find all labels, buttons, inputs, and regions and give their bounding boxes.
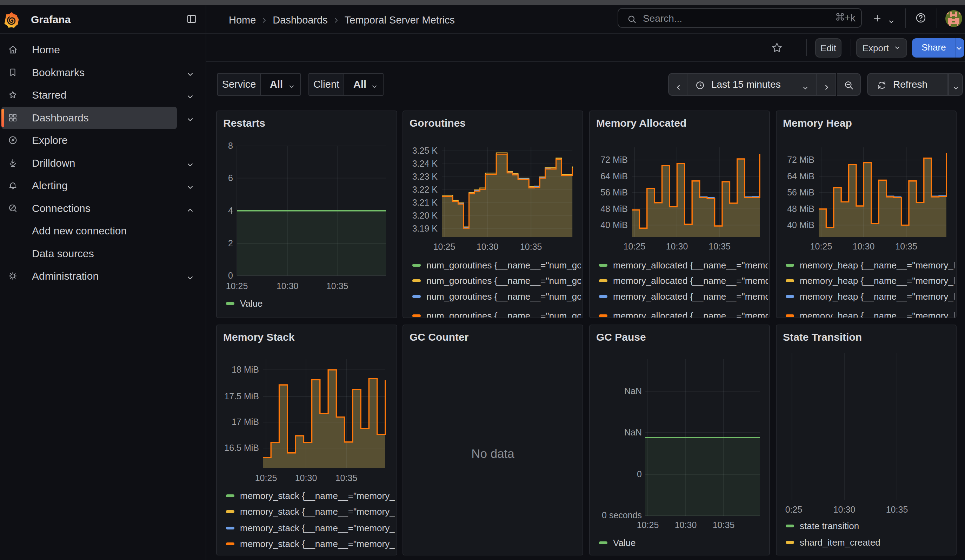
svg-text:10:25: 10:25 xyxy=(637,520,659,530)
svg-text:6: 6 xyxy=(228,173,233,183)
svg-text:10:25: 10:25 xyxy=(810,242,833,251)
svg-text:10:35: 10:35 xyxy=(886,504,908,514)
svg-text:10:35: 10:35 xyxy=(713,520,735,530)
svg-text:10:35: 10:35 xyxy=(708,242,731,251)
svg-text:48 MiB: 48 MiB xyxy=(787,204,815,214)
svg-text:10:35: 10:35 xyxy=(326,281,348,291)
svg-text:18 MiB: 18 MiB xyxy=(232,364,259,374)
svg-text:10:30: 10:30 xyxy=(476,242,499,251)
svg-text:2: 2 xyxy=(228,238,233,248)
svg-text:10:25: 10:25 xyxy=(623,242,646,251)
svg-text:72 MiB: 72 MiB xyxy=(787,155,815,165)
svg-text:72 MiB: 72 MiB xyxy=(600,155,628,165)
svg-text:10:30: 10:30 xyxy=(666,242,688,251)
svg-text:0: 0 xyxy=(637,469,642,479)
svg-text:64 MiB: 64 MiB xyxy=(787,171,815,181)
svg-text:NaN: NaN xyxy=(624,386,642,396)
svg-text:3.21 K: 3.21 K xyxy=(412,198,438,207)
svg-text:10:35: 10:35 xyxy=(520,242,542,251)
svg-text:4: 4 xyxy=(228,206,233,216)
svg-text:3.20 K: 3.20 K xyxy=(412,211,438,220)
svg-text:0 seconds: 0 seconds xyxy=(602,510,642,520)
svg-text:40 MiB: 40 MiB xyxy=(600,220,628,230)
svg-text:56 MiB: 56 MiB xyxy=(787,188,815,197)
svg-text:48 MiB: 48 MiB xyxy=(600,204,628,214)
svg-text:3.19 K: 3.19 K xyxy=(412,224,438,233)
svg-text:8: 8 xyxy=(228,141,233,150)
svg-text:16.5 MiB: 16.5 MiB xyxy=(224,443,259,452)
svg-text:10:35: 10:35 xyxy=(895,242,917,251)
svg-text:10:30: 10:30 xyxy=(675,520,697,530)
svg-text:10:25: 10:25 xyxy=(226,281,248,291)
svg-text:17 MiB: 17 MiB xyxy=(232,417,259,427)
svg-text:17.5 MiB: 17.5 MiB xyxy=(224,391,259,401)
svg-text:10:35: 10:35 xyxy=(335,473,358,483)
svg-text:64 MiB: 64 MiB xyxy=(600,171,628,181)
svg-text:10:30: 10:30 xyxy=(853,242,875,251)
svg-text:10:25: 10:25 xyxy=(433,242,455,251)
svg-text:3.22 K: 3.22 K xyxy=(412,184,438,194)
svg-text:10:30: 10:30 xyxy=(295,473,317,483)
svg-text:NaN: NaN xyxy=(624,427,642,437)
svg-text:56 MiB: 56 MiB xyxy=(600,188,628,197)
svg-text:3.23 K: 3.23 K xyxy=(412,171,438,181)
svg-text:3.25 K: 3.25 K xyxy=(412,145,438,155)
svg-text:10:25: 10:25 xyxy=(255,473,277,483)
svg-text:0:25: 0:25 xyxy=(785,504,803,514)
svg-text:40 MiB: 40 MiB xyxy=(787,220,815,230)
svg-text:10:30: 10:30 xyxy=(833,504,855,514)
svg-text:10:30: 10:30 xyxy=(276,281,299,291)
svg-text:0: 0 xyxy=(228,271,233,280)
svg-text:3.24 K: 3.24 K xyxy=(412,158,438,168)
